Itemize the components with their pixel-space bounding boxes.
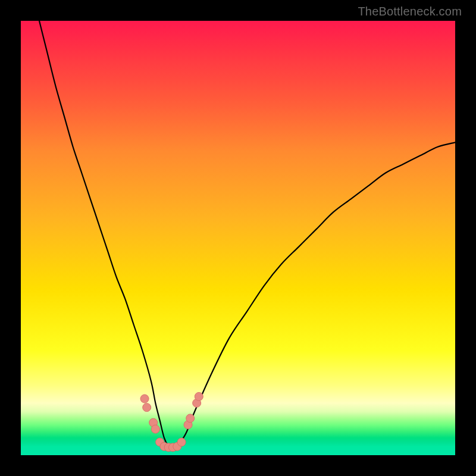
- data-marker: [143, 403, 151, 412]
- data-marker: [177, 438, 186, 446]
- data-marker: [186, 414, 195, 422]
- chart-frame: TheBottleneck.com: [0, 0, 476, 476]
- bottleneck-curve: [38, 17, 455, 451]
- marker-group: [140, 392, 203, 451]
- data-marker: [195, 392, 203, 400]
- data-marker: [151, 425, 159, 433]
- data-marker: [140, 394, 149, 403]
- curve-layer: [21, 21, 455, 455]
- watermark-text: TheBottleneck.com: [358, 5, 462, 18]
- plot-area: [21, 21, 455, 455]
